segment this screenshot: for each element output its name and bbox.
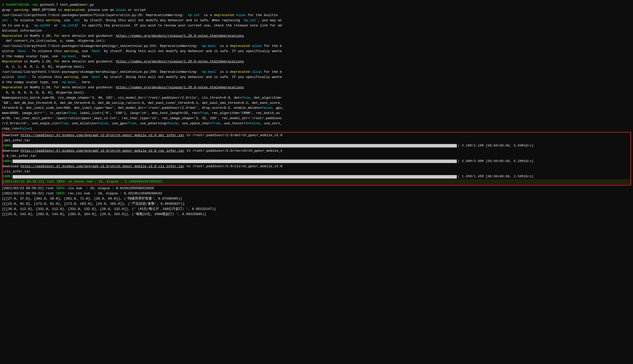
ocr-result-1: [[[27.0, 37.0], [301.0, 39.0], [301.0, 7… (2, 196, 631, 202)
terminal-line: thresh=0.8, det_limit_side_len=960, det_… (2, 106, 631, 111)
terminal-line: 0, 1, 1, 0, 0, 1, 0, 0], dtype=np.bool) (2, 64, 631, 70)
info-cls: [2021/03/23 09:59:31] root INFO: cls num… (2, 186, 631, 191)
download-det-line: download https://paddleocr.bj.bcebos.com… (3, 133, 630, 138)
terminal-line: λ 5ea99720110c /ws python3.7 test_paddle… (2, 2, 631, 8)
terminal-line: /usr/local/lib/python3.7/dist-packages/p… (2, 13, 631, 18)
terminal-line: 'DB', det_db_box_thresh=0.5, det_db_thre… (2, 100, 631, 106)
terminal-line: copy_run=False) (2, 126, 631, 132)
download-section: download https://paddleocr.bj.bcebos.com… (2, 132, 631, 186)
terminal-line: /usr/local/lib/python3.7/dist-packages/s… (2, 44, 631, 49)
terminal-line: int`. To silence this warning, use `int`… (2, 18, 631, 23)
progress-stats: | 3.16M/3.16M [00:00<00:00, 6.60MiB/s] (458, 143, 534, 148)
terminal-line: 0, 0, 0, 0, 0, 0, 0, 0], dtype=np.bool) (2, 90, 631, 96)
terminal-line: Deprecated in NumPy 1.20; for more detai… (2, 59, 631, 64)
terminal-line: _det_infer.tar (3, 138, 630, 143)
info-dt-boxes: [2021/03/23 09:59:31] root INFO: dt_boxe… (3, 179, 630, 184)
progress-det: 100%| | 3.16M/3.16M [00:00<00:00, 6.60Mi… (3, 143, 630, 148)
terminal-line: Deprecated in NumPy 1.20; for more detai… (2, 34, 631, 39)
terminal-line: grep: warning: GREP_OPTIONS is deprecate… (2, 8, 631, 13)
terminal-line: mem=8000, image_dir='', ir_optim=True, l… (2, 111, 631, 116)
terminal-line: uiltin `bool`. To silence this warning, … (2, 75, 631, 80)
ocr-result-4: [[[25.0, 142.0], [282.0, 143.0], [282.0,… (2, 212, 631, 217)
info-rec-res: [2021/03/23 09:59:32] root INFO: rec_res… (2, 191, 631, 196)
ocr-result-2: [[[25.0, 81.0], [173.0, 81.0], [173.0, 1… (2, 202, 631, 207)
terminal-line: def convert_to_list(value, n, name, dtyp… (2, 38, 631, 44)
terminal-line: m=30, rec_char_dict_path='./ppocr/utils/… (2, 116, 631, 121)
progress-bar-fill (13, 175, 457, 178)
progress-stats: | 3.90M/3.90M [00:00<00:00, 6.28MiB/s] (458, 159, 534, 164)
terminal-line: 2.0_rec_infer.tar (3, 154, 630, 159)
download-cls-line: download https://paddleocr.bj.bcebos.com… (3, 164, 630, 169)
progress-rec: 100%| | 3.90M/3.90M [00:00<00:00, 6.28Mi… (3, 159, 630, 164)
terminal-line: /usr/local/lib/python3.7/dist-packages/s… (2, 70, 631, 75)
download-rec-line: download https://paddleocr.bj.bcebos.com… (3, 148, 630, 154)
terminal-line: uiltin `bool`. To silence this warning, … (2, 49, 631, 54)
terminal-line: sh to use e.g. `np.int64` or `np.int32` … (2, 23, 631, 28)
prompt: λ 5ea99720110c /ws (2, 3, 38, 7)
terminal-window: λ 5ea99720110c /ws python3.7 test_paddle… (0, 0, 633, 364)
ocr-result-3: [[[26.0, 112.0], [331.0, 112.0], [331.0,… (2, 207, 631, 212)
terminal-line: r/2.0/rec/ch', use_angle_cls=True, use_d… (2, 121, 631, 126)
progress-percent: 100%| (3, 143, 13, 148)
progress-stats: | 1.45M/1.45M [00:00<00:00, 3.56MiB/s] (458, 174, 534, 179)
terminal-line: Namespace(cls_batch_num=30, cls_image_sh… (2, 96, 631, 100)
progress-percent: 100%| (3, 174, 13, 179)
progress-percent: 100%| (3, 159, 13, 164)
terminal-line: d the numpy scalar type, use `np.bool_` … (2, 54, 631, 59)
terminal-line: Deprecated in NumPy 1.20; for more detai… (2, 85, 631, 90)
progress-cls: 100%| | 1.45M/1.45M [00:00<00:00, 3.56Mi… (3, 174, 630, 179)
progress-bar-fill (13, 144, 457, 148)
terminal-line: ditional information . (2, 28, 631, 34)
progress-bar-fill (13, 160, 457, 163)
terminal-line: _cls_infer.tar (3, 169, 630, 174)
terminal-line: d the numpy scalar type, use `np.bool_` … (2, 80, 631, 85)
